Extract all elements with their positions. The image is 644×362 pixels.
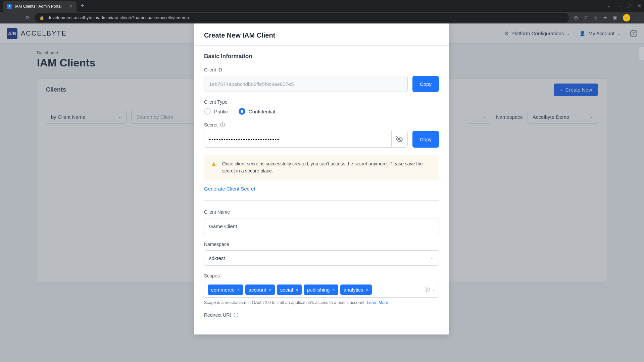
window-controls: ⌄ — ▢ ✕ <box>607 3 641 8</box>
panel-icon[interactable]: ▣ <box>613 15 617 21</box>
client-type-confidential-radio[interactable]: Confidential <box>239 108 275 115</box>
client-name-label: Client Name <box>204 209 439 215</box>
remove-tag-icon[interactable]: × <box>269 287 271 292</box>
toggle-secret-visibility-icon[interactable] <box>391 131 407 147</box>
modal-title: Create New IAM Client <box>204 32 439 39</box>
scopes-label: Scopes <box>204 273 439 278</box>
profile-avatar[interactable]: ● <box>623 14 630 21</box>
back-icon[interactable]: ← <box>3 15 8 21</box>
secret-field[interactable] <box>204 131 391 147</box>
copy-secret-button[interactable]: Copy <box>412 131 439 148</box>
url-text: development.accelbyte.io/admin/iam-clien… <box>48 15 189 20</box>
address-bar: ← → ⟳ 🔒 development.accelbyte.io/admin/i… <box>0 12 644 23</box>
remove-tag-icon[interactable]: × <box>237 287 240 292</box>
divider <box>204 200 439 201</box>
radio-checked-icon <box>239 108 245 115</box>
browser-tab-strip: A IAM Clients | Admin Portal × + ⌄ — ▢ ✕ <box>0 0 644 12</box>
tab-favicon: A <box>7 4 12 9</box>
client-id-label: Client ID <box>204 67 439 72</box>
share-icon[interactable]: ⇪ <box>584 15 588 21</box>
tab-title: IAM Clients | Admin Portal <box>15 4 67 9</box>
minimize-icon[interactable]: — <box>617 3 622 8</box>
info-icon[interactable]: i <box>220 122 225 127</box>
remove-tag-icon[interactable]: × <box>296 287 298 292</box>
scope-tag[interactable]: commerce× <box>208 285 243 295</box>
maximize-icon[interactable]: ▢ <box>628 3 632 8</box>
url-input[interactable]: 🔒 development.accelbyte.io/admin/iam-cli… <box>35 13 569 22</box>
zoom-icon[interactable]: ⊕ <box>574 15 578 21</box>
remove-tag-icon[interactable]: × <box>366 287 368 292</box>
extensions-icon[interactable]: ✦ <box>603 15 607 21</box>
warning-icon: ▲ <box>211 160 217 174</box>
bookmark-icon[interactable]: ☆ <box>593 15 598 21</box>
clear-all-tags-icon[interactable]: ⓧ <box>425 286 430 293</box>
create-iam-client-modal: Create New IAM Client Basic Information … <box>194 23 449 334</box>
namespace-label: Namespace <box>204 242 439 247</box>
forward-icon[interactable]: → <box>14 15 19 21</box>
radio-unchecked-icon <box>204 108 211 115</box>
chevron-down-icon[interactable]: ⌄ <box>432 288 435 292</box>
kebab-menu-icon[interactable]: ⋮ <box>636 15 641 21</box>
client-type-public-radio[interactable]: Public <box>204 108 228 115</box>
tab-close-icon[interactable]: × <box>70 4 72 9</box>
client-name-field[interactable] <box>204 218 439 234</box>
namespace-select[interactable]: sdktest ⌄ <box>204 250 439 266</box>
info-icon[interactable]: i <box>234 313 238 317</box>
client-type-label: Client Type <box>204 99 439 105</box>
chevron-down-icon: ⌄ <box>431 256 434 260</box>
scopes-hint: Scope is a mechanism in OAuth 2.0 to lim… <box>204 300 439 305</box>
client-id-field[interactable] <box>204 76 408 92</box>
copy-client-id-button[interactable]: Copy <box>412 76 439 92</box>
section-basic-info: Basic Information <box>204 53 439 60</box>
scope-tag[interactable]: publishing× <box>304 285 338 295</box>
new-tab-button[interactable]: + <box>81 2 84 9</box>
scope-tag[interactable]: social× <box>277 285 302 295</box>
scope-tag[interactable]: analytics× <box>340 285 372 295</box>
scopes-input[interactable]: commerce× account× social× publishing× a… <box>204 282 439 298</box>
secret-warning: ▲ Once client secret is successfully cre… <box>204 155 439 180</box>
lock-icon: 🔒 <box>39 15 44 20</box>
secret-label: Secret i <box>204 122 439 127</box>
close-window-icon[interactable]: ✕ <box>638 3 641 8</box>
browser-tab[interactable]: A IAM Clients | Admin Portal × <box>3 1 77 12</box>
redirect-uri-label: Redirect URI i <box>204 312 439 318</box>
remove-tag-icon[interactable]: × <box>332 287 335 292</box>
reload-icon[interactable]: ⟳ <box>26 15 30 21</box>
scope-tag[interactable]: account× <box>245 285 275 295</box>
scrollbar-thumb[interactable] <box>639 47 644 60</box>
chevron-down-icon[interactable]: ⌄ <box>607 3 611 8</box>
generate-secret-link[interactable]: Generate Client Secret <box>204 186 439 192</box>
learn-more-link[interactable]: Learn More <box>367 300 388 305</box>
